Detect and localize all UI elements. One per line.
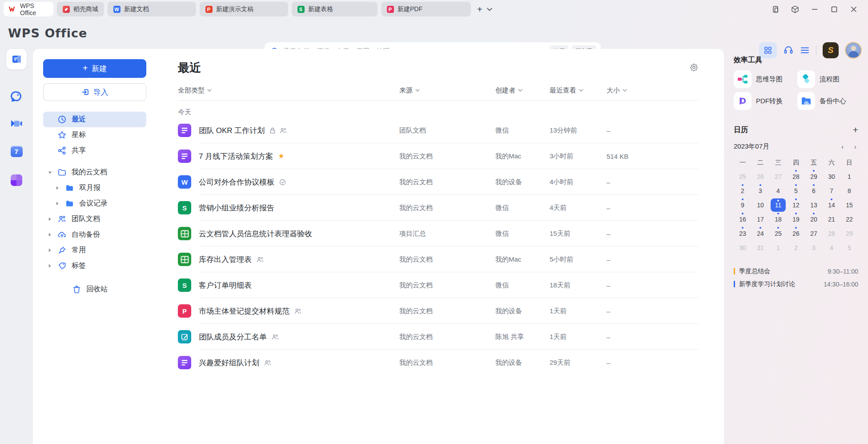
calendar-day[interactable]: 14 xyxy=(823,198,840,212)
filter-3[interactable]: 最近查看 xyxy=(550,86,583,95)
calendar-day[interactable]: 21 xyxy=(823,212,840,226)
calendar-day[interactable]: 1 xyxy=(769,241,787,255)
calendar-day[interactable]: 4 xyxy=(823,241,840,255)
tab-5[interactable]: P 新建PDF xyxy=(381,2,471,16)
minimize-button[interactable] xyxy=(807,2,823,16)
star-icon[interactable]: ★ xyxy=(278,152,284,160)
calendar-day[interactable]: 9 xyxy=(734,198,751,212)
calendar-day[interactable]: 26 xyxy=(751,170,769,184)
workspace-cube-icon[interactable] xyxy=(787,2,803,16)
calendar-day[interactable]: 28 xyxy=(823,226,840,241)
calendar-day[interactable]: 23 xyxy=(734,226,751,241)
calendar-day[interactable]: 2 xyxy=(734,184,751,198)
calendar-day[interactable]: 3 xyxy=(805,241,823,255)
file-row-0[interactable]: 团队 OKR 工作计划 团队文档 微信 13分钟前 – xyxy=(178,117,699,143)
file-row-8[interactable]: 团队成员及分工名单 我的云文档 陈旭 共享 1天前 – xyxy=(178,324,699,350)
caret-right-icon[interactable] xyxy=(47,233,53,237)
calendar-day[interactable]: 29 xyxy=(840,226,858,241)
new-document-button[interactable]: + 新建 xyxy=(43,59,146,78)
rail-documents-icon[interactable] xyxy=(6,49,27,69)
maximize-button[interactable] xyxy=(826,2,842,16)
sidebar-tree-item-1[interactable]: 双月报 xyxy=(51,180,154,196)
sidebar-tree-item-6[interactable]: 标签 xyxy=(43,258,146,274)
caret-right-icon[interactable] xyxy=(54,202,60,206)
calendar-day[interactable]: 20 xyxy=(805,212,823,226)
tool-2[interactable]: D PDF转换 xyxy=(734,92,797,110)
calendar-day[interactable]: 24 xyxy=(751,226,769,241)
sidebar-tree-item-4[interactable]: 自动备份 xyxy=(43,227,146,242)
support-headset-icon[interactable] xyxy=(783,45,794,56)
calendar-day[interactable]: 8 xyxy=(840,184,858,198)
filter-1[interactable]: 来源 xyxy=(399,86,420,95)
rail-chat-icon[interactable] xyxy=(6,86,27,107)
tab-0[interactable]: WPS Office xyxy=(4,2,53,16)
tab-3[interactable]: P 新建演示文稿 xyxy=(200,2,288,16)
calendar-day[interactable]: 7 xyxy=(823,184,840,198)
file-row-9[interactable]: 兴趣爱好组队计划 我的云文档 我的设备 29天前 – xyxy=(178,350,699,375)
calendar-day[interactable]: 1 xyxy=(840,170,858,184)
sidebar-tree-item-5[interactable]: 常用 xyxy=(43,242,146,258)
calendar-day[interactable]: 27 xyxy=(805,226,823,241)
tab-1[interactable]: 稻壳商城 xyxy=(57,2,104,16)
file-row-7[interactable]: P 市场主体登记提交材料规范 我的云文档 我的设备 1天前 – xyxy=(178,298,699,324)
sidebar-item-0[interactable]: 最近 xyxy=(43,112,146,127)
mobile-sync-icon[interactable] xyxy=(768,2,784,16)
calendar-day[interactable]: 27 xyxy=(769,170,787,184)
calendar-day[interactable]: 30 xyxy=(823,170,840,184)
file-row-4[interactable]: 云文档管人员信息统计表理器验收 项目汇总 微信 15天前 – xyxy=(178,221,699,246)
event-0[interactable]: 季度总结会 9:30–11:00 xyxy=(734,265,858,278)
caret-right-icon[interactable] xyxy=(47,248,53,252)
sidebar-tree-item-2[interactable]: 会议记录 xyxy=(51,196,154,211)
event-1[interactable]: 新季度学习计划讨论 14:30–16:00 xyxy=(734,278,858,291)
tool-1[interactable]: 流程图 xyxy=(797,70,858,88)
calendar-day[interactable]: 2 xyxy=(787,241,805,255)
calendar-day[interactable]: 25 xyxy=(769,226,787,241)
calendar-day[interactable]: 6 xyxy=(805,184,823,198)
calendar-day[interactable]: 18 xyxy=(769,212,787,226)
sidebar-tree-item-3[interactable]: 团队文档 xyxy=(43,211,146,227)
calendar-day[interactable]: 3 xyxy=(751,184,769,198)
tab-4[interactable]: S 新建表格 xyxy=(292,2,378,16)
rail-meeting-icon[interactable] xyxy=(6,113,27,134)
calendar-day[interactable]: 5 xyxy=(840,241,858,255)
sidebar-item-2[interactable]: 共享 xyxy=(43,143,146,158)
calendar-day[interactable]: 15 xyxy=(840,198,858,212)
close-button[interactable] xyxy=(846,2,862,16)
rail-apps-icon[interactable] xyxy=(6,170,27,190)
calendar-day-selected[interactable]: 11 xyxy=(769,198,787,212)
file-row-3[interactable]: S 营销小组业绩分析报告 我的云文档 微信 4天前 – xyxy=(178,195,699,221)
calendar-day[interactable]: 30 xyxy=(734,241,751,255)
calendar-day[interactable]: 22 xyxy=(840,212,858,226)
filter-0[interactable]: 全部类型 xyxy=(178,86,212,95)
menu-icon[interactable] xyxy=(800,46,810,54)
sidebar-item-1[interactable]: 星标 xyxy=(43,127,146,143)
calendar-day[interactable]: 31 xyxy=(751,241,769,255)
file-row-6[interactable]: S 客户订单明细表 我的云文档 微信 18天前 – xyxy=(178,272,699,298)
import-button[interactable]: 导入 xyxy=(43,83,146,101)
add-event-button[interactable]: + xyxy=(853,125,858,135)
tool-0[interactable]: 思维导图 xyxy=(734,70,797,88)
calendar-prev-button[interactable]: ‹ xyxy=(841,143,844,150)
tool-3[interactable]: 备份中心 xyxy=(797,92,858,110)
filter-2[interactable]: 创建者 xyxy=(495,86,522,95)
caret-right-icon[interactable] xyxy=(54,186,60,190)
rail-calendar-icon[interactable]: 7 xyxy=(6,141,27,161)
calendar-next-button[interactable]: › xyxy=(854,143,856,150)
caret-down-icon[interactable] xyxy=(47,171,53,174)
new-tab-button[interactable]: + xyxy=(477,5,482,14)
calendar-day[interactable]: 4 xyxy=(769,184,787,198)
sidebar-item-trash[interactable]: 回收站 xyxy=(43,282,146,297)
calendar-day[interactable]: 28 xyxy=(787,170,805,184)
sidebar-tree-item-0[interactable]: 我的云文档 xyxy=(43,165,146,180)
caret-right-icon[interactable] xyxy=(47,217,53,221)
calendar-day[interactable]: 29 xyxy=(805,170,823,184)
calendar-day[interactable]: 12 xyxy=(787,198,805,212)
calendar-day[interactable]: 17 xyxy=(751,212,769,226)
file-row-5[interactable]: 库存出入管理表 我的云文档 我的Mac 5小时前 – xyxy=(178,246,699,272)
calendar-day[interactable]: 26 xyxy=(787,226,805,241)
file-row-1[interactable]: 7 月线下活动策划方案★ 我的云文档 我的Mac 3小时前 514 KB xyxy=(178,143,699,169)
calendar-day[interactable]: 19 xyxy=(787,212,805,226)
tab-2[interactable]: W 新建文档 xyxy=(108,2,196,16)
calendar-day[interactable]: 25 xyxy=(734,170,751,184)
filter-4[interactable]: 大小 xyxy=(607,86,627,95)
